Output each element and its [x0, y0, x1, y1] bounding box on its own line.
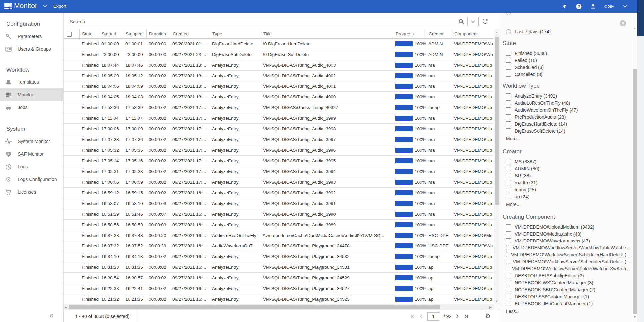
table-row[interactable]: Finished 18:04:06 18:04:09 00:00:02 09/2… — [64, 81, 494, 92]
table-row[interactable]: Finished 18:04:05 18:04:08 00:00:02 09/2… — [64, 92, 494, 102]
table-row[interactable]: Finished 18:07:44 18:07:46 00:00:02 09/2… — [64, 60, 494, 71]
column-header-duration[interactable]: Duration — [146, 29, 170, 39]
filter-checkbox-item[interactable]: VM-DPEDEMO\WorkflowServer\FolderWatcherS… — [503, 265, 630, 272]
filter-checkbox-item[interactable]: Finished (3636) — [503, 50, 630, 57]
search-icon[interactable] — [458, 19, 464, 25]
sidebar-item-licenses[interactable]: Licenses — [0, 186, 63, 198]
filter-checkbox-item[interactable]: DigEraseHardDelete (14) — [503, 120, 630, 127]
sidebar-item-users-groups[interactable]: Users & Groups — [0, 43, 63, 55]
horizontal-scroll-thumb[interactable] — [69, 305, 440, 309]
last-page-icon[interactable] — [464, 314, 468, 319]
filter-checkbox-item[interactable]: AudioWaveformOnTheFly (47) — [503, 106, 630, 113]
clipped-filter-option[interactable] — [506, 13, 546, 16]
table-row[interactable]: Finished 16:59:12 16:59:15 00:00:02 09/2… — [64, 188, 494, 198]
scroll-down-icon[interactable]: ▼ — [495, 300, 498, 303]
table-row[interactable]: Finished 17:08:06 17:08:09 00:00:02 09/2… — [64, 124, 494, 134]
close-filter-panel-icon[interactable]: ✕ — [620, 20, 626, 26]
search-options-chevron-icon[interactable] — [471, 20, 475, 23]
filter-checkbox-item[interactable]: Failed (16) — [503, 57, 630, 64]
radio-button[interactable] — [506, 29, 511, 34]
column-header-stopped[interactable]: Stopped — [123, 29, 146, 39]
filter-checkbox-item[interactable]: MS (3387) — [503, 158, 630, 165]
user-menu[interactable]: CGE — [604, 4, 614, 9]
filter-checkbox-item[interactable]: AudioLoResOnTheFly (48) — [503, 99, 630, 106]
filter-checkbox-item[interactable]: DigEraseSoftDelete (14) — [503, 127, 630, 134]
filter-panel-scrollbar[interactable]: ▲ ▼ — [632, 13, 637, 322]
checkbox[interactable] — [506, 259, 509, 264]
column-header-type[interactable]: Type — [210, 29, 261, 39]
sidebar-item-parameters[interactable]: Parameters — [0, 30, 63, 43]
filter-checkbox-item[interactable]: SR (38) — [503, 172, 630, 179]
filter-checkbox-item[interactable]: turing (25) — [503, 186, 630, 193]
column-header-state[interactable]: State — [79, 29, 99, 39]
checkbox[interactable] — [506, 287, 511, 292]
filter-checkbox-item[interactable]: VM-DPEDEMO\WorkflowServer\SchedulerSoftD… — [503, 258, 630, 265]
checkbox[interactable] — [506, 72, 511, 77]
sidebar-item-system-monitor[interactable]: System Monitor — [0, 135, 63, 148]
checkbox[interactable] — [506, 173, 511, 178]
checkbox[interactable] — [506, 280, 511, 285]
filter-checkbox-item[interactable]: ap (24) — [503, 193, 630, 200]
table-row[interactable]: Finished 17:05:32 17:05:35 00:00:02 09/2… — [64, 145, 494, 156]
table-row[interactable]: Finished 23:00:00 23:00:00 00:00:00 09/2… — [64, 49, 494, 60]
filter-checkbox-item[interactable]: VM-DPEDEMO\UploadMedium (3492) — [503, 223, 630, 230]
user-chevron-down-icon[interactable] — [623, 5, 627, 8]
checkbox[interactable] — [506, 128, 511, 133]
more-link[interactable]: More... — [503, 136, 630, 141]
filter-checkbox-item[interactable]: DESKTOP-AER\SubclipEditor (3) — [503, 272, 630, 279]
more-link[interactable]: More... — [503, 202, 630, 207]
checkbox[interactable] — [506, 238, 511, 243]
table-row[interactable]: Finished 16:51:39 16:51:46 00:00:07 09/2… — [64, 209, 494, 220]
sidebar-item-jobs[interactable]: Jobs — [0, 101, 63, 114]
scroll-up-icon[interactable]: ▲ — [633, 27, 636, 30]
previous-page-icon[interactable] — [419, 314, 423, 319]
column-header-title[interactable]: Title — [261, 29, 393, 39]
filter-checkbox-item[interactable]: NOTEBOOK-WS\ContentManager (3) — [503, 279, 630, 286]
column-header-started[interactable]: Started — [99, 29, 123, 39]
filter-checkbox-item[interactable]: NOTEBOOK-SBU\ContentManager (2) — [503, 286, 630, 293]
checkbox[interactable] — [506, 187, 511, 192]
sidebar-item-saf-monitor[interactable]: SAF Monitor — [0, 148, 63, 160]
search-input[interactable] — [67, 19, 458, 24]
checkbox[interactable] — [506, 266, 508, 271]
checkbox[interactable] — [506, 58, 511, 63]
filter-checkbox-item[interactable]: VM-DPEDEMO\WorkflowServer\SchedulerHardD… — [503, 251, 630, 258]
checkbox[interactable] — [506, 252, 507, 257]
filter-checkbox-item[interactable]: ADMIN (86) — [503, 165, 630, 172]
upload-arrow-icon[interactable] — [562, 4, 567, 9]
column-header-progress[interactable]: Progress — [393, 29, 426, 39]
table-row[interactable]: Finished 16:37:22 16:37:52 00:00:29 09/2… — [64, 241, 494, 251]
filter-checkbox-item[interactable]: DESKTOP-SSI\ContentManager (1) — [503, 293, 630, 300]
column-header-creator[interactable]: Creator — [426, 29, 452, 39]
filter-scroll-thumb[interactable] — [633, 69, 637, 314]
table-row[interactable]: Finished 16:37:23 16:37:43 00:00:20 09/2… — [64, 230, 494, 241]
first-page-icon[interactable] — [410, 314, 415, 319]
table-horizontal-scrollbar[interactable]: ◀ ▶ — [64, 304, 494, 310]
page-number-input[interactable]: 1 — [427, 312, 439, 321]
checkbox[interactable] — [506, 159, 511, 164]
checkbox[interactable] — [506, 114, 511, 119]
checkbox[interactable] — [506, 121, 511, 126]
page-scrollbar[interactable] — [637, 0, 644, 322]
table-row[interactable]: Finished 16:58:07 16:58:10 00:00:03 09/2… — [64, 198, 494, 209]
checkbox[interactable] — [506, 166, 511, 171]
filter-checkbox-item[interactable]: AnalyzeEntry (3492) — [503, 92, 630, 99]
checkbox[interactable] — [506, 231, 511, 236]
checkbox[interactable] — [506, 245, 509, 250]
table-row[interactable]: Finished 17:11:04 17:11:07 00:00:02 09/2… — [64, 113, 494, 124]
table-row[interactable]: Finished 16:21:32 16:21:35 00:00:02 09/2… — [64, 294, 494, 304]
table-row[interactable]: Finished 18:05:09 18:05:12 00:00:02 09/2… — [64, 71, 494, 81]
table-row[interactable]: Finished 17:58:36 17:58:39 00:00:02 09/2… — [64, 102, 494, 113]
checkbox[interactable] — [506, 65, 511, 70]
table-row[interactable]: Finished 16:34:10 16:34:13 00:00:02 09/2… — [64, 251, 494, 262]
less-link[interactable]: Less... — [503, 309, 630, 314]
radio-button[interactable] — [506, 13, 511, 15]
table-row[interactable]: Finished 17:05:14 17:05:16 00:00:02 09/2… — [64, 156, 494, 166]
checkbox[interactable] — [506, 194, 511, 199]
scroll-up-icon[interactable]: ▲ — [495, 31, 498, 34]
scroll-down-icon[interactable]: ▼ — [633, 315, 636, 319]
table-row[interactable]: Finished 01:00:00 01:00:01 00:00:00 09/2… — [64, 39, 494, 49]
checkbox[interactable] — [506, 93, 511, 98]
filter-checkbox-item[interactable]: VM-DPEDEMO\WorkflowServer\WorkflowTableW… — [503, 244, 630, 251]
table-row[interactable]: Finished 16:22:38 16:22:41 00:00:02 09/2… — [64, 283, 494, 294]
